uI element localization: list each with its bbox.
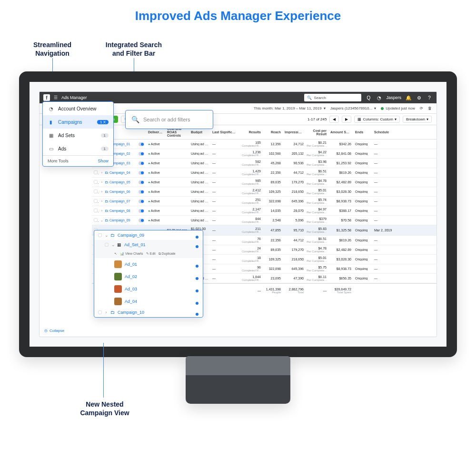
col-results[interactable]: Results (239, 130, 263, 134)
toggle-switch[interactable] (139, 200, 144, 203)
help-icon[interactable]: ? (426, 94, 433, 101)
ad-icon: ▭ (48, 145, 54, 152)
search-icon: 🔍 (131, 116, 139, 123)
campaign-link[interactable]: Campaign_05 (109, 180, 130, 184)
ad-thumbnail (114, 298, 122, 305)
col-reach[interactable]: Reach (263, 130, 283, 134)
toggle-switch[interactable] (139, 171, 144, 175)
campaign-link[interactable]: Campaign_09 (109, 219, 130, 222)
row-checkbox[interactable] (94, 170, 98, 174)
toggle-switch[interactable] (139, 209, 144, 213)
nested-campaign-next-row[interactable]: ›🗀 Campaign_10 (94, 308, 203, 317)
campaign-link[interactable]: Campaign_06 (109, 190, 130, 193)
nested-ad-row[interactable]: Ad_04 (94, 295, 203, 308)
row-checkbox[interactable] (94, 180, 98, 184)
search-placeholder: Search (314, 96, 326, 100)
col-delivery[interactable]: Delivery ↑ (146, 130, 165, 134)
ad-link[interactable]: Ad_04 (125, 299, 137, 304)
col-budget[interactable]: Budget (189, 130, 210, 134)
col-sched[interactable]: Schedule (372, 130, 394, 134)
callout-search: Integrated Search and Filter Bar (93, 40, 174, 58)
search-filter-placeholder: Search or add filters (143, 117, 190, 122)
table-row[interactable]: ›🗀Campaign_08 ● Active Using ad s... — 2… (92, 206, 436, 216)
account-dropdown[interactable]: Jaspers (12345678910... ▾ (330, 106, 377, 110)
toggle-switch[interactable] (139, 161, 144, 165)
topbar-account-label[interactable]: Jaspers (386, 95, 401, 100)
col-amt[interactable]: Amount Spent (328, 130, 353, 134)
col-cpr[interactable]: Cost per Result (306, 129, 328, 136)
pager-next-button[interactable]: ▶ (342, 116, 351, 123)
toggle-switch[interactable] (139, 180, 144, 184)
status-dot-icon (381, 107, 384, 110)
nested-campaign-row[interactable]: ⌄🗀 Campaign_09 (94, 230, 203, 240)
view-charts-link[interactable]: 📊 View Charts (120, 252, 143, 256)
table-row[interactable]: ›🗀Campaign_05 ● Active Using ad s... — 9… (92, 178, 436, 187)
speedometer-icon[interactable]: ◔ (376, 94, 382, 101)
nested-ad-row[interactable]: Ad_03 (94, 283, 203, 295)
row-checkbox[interactable] (94, 190, 98, 193)
toggle-switch[interactable] (139, 142, 144, 146)
table-row[interactable]: ›🗀Campaign_02 ● Active Using ad s... — 1… (92, 149, 436, 159)
col-impr[interactable]: Impressions (283, 130, 306, 134)
date-range-picker[interactable]: This month: Mar 1, 2019 – Mar 11, 2019 ▾ (254, 106, 326, 110)
nav-account-overview[interactable]: ◔ Account Overview (43, 102, 113, 115)
nav-campaigns[interactable]: ▮ Campaigns 1 X (43, 115, 113, 129)
more-tools-label: More Tools (48, 159, 69, 163)
campaign-link[interactable]: Campaign_08 (109, 209, 130, 212)
pager-text: 1-17 of 245 (307, 117, 327, 121)
row-checkbox[interactable] (94, 209, 98, 212)
collapse-sidebar-button[interactable]: ◎ Collapse (44, 329, 64, 333)
row-checkbox[interactable] (94, 218, 98, 222)
folder-icon: 🗀 (105, 200, 108, 203)
breakdown-dropdown[interactable]: Breakdown ▾ (403, 116, 432, 123)
callout-line (103, 343, 104, 398)
table-row[interactable]: ›🗀Campaign_03 ● Active Using ad s... — 5… (92, 159, 436, 168)
pager-prev-button[interactable]: ◀ (329, 116, 339, 123)
table-row[interactable]: ⌄🗀Campaign_09 ● Active Using ad s... — 8… (92, 216, 436, 225)
callout-nested: New Nested Campaign View (71, 400, 138, 417)
col-ends[interactable]: Ends (353, 130, 372, 134)
cursor-icon: ↖ (114, 252, 117, 256)
ad-link[interactable]: Ad_01 (125, 262, 137, 267)
table-row[interactable]: ›🗀Campaign_04 ● Active Using ad s... — 1… (92, 168, 436, 178)
columns-dropdown[interactable]: ▦ Columns: Custom ▾ (354, 116, 400, 123)
folder-icon: 🗀 (105, 209, 108, 212)
folder-icon: 🗀 (110, 233, 115, 238)
toggle-switch[interactable] (139, 190, 144, 194)
nested-ad-row[interactable]: Ad_01 (94, 258, 203, 270)
nav-ads[interactable]: ▭ Ads 1 (43, 142, 113, 155)
show-more-tools-link[interactable]: Show (98, 159, 109, 163)
trash-icon[interactable]: 🗑 (428, 106, 432, 110)
folder-icon: 🗀 (105, 190, 108, 193)
search-filter-popover[interactable]: 🔍 Search or add filters (125, 110, 213, 129)
row-checkbox[interactable] (94, 199, 98, 203)
monitor-frame: f ☰ Ads Manager 🔍 Search Q ◔ Jaspers 🔔 ⚙… (19, 71, 457, 357)
facebook-logo-icon[interactable]: f (43, 94, 50, 101)
hamburger-icon[interactable]: ☰ (54, 95, 58, 100)
table-row[interactable]: ›🗀Campaign_07 ● Active Using ad s... — 2… (92, 197, 436, 206)
global-search-input[interactable]: 🔍 Search (304, 94, 361, 101)
folder-icon: ▮ (48, 119, 54, 125)
campaign-link[interactable]: Campaign_07 (109, 200, 130, 203)
refresh-icon[interactable]: ⟳ (420, 106, 423, 110)
nested-ad-row[interactable]: Ad_02 (94, 270, 203, 283)
ad-link[interactable]: Ad_03 (125, 287, 137, 291)
speedometer-icon: ◔ (48, 105, 54, 112)
gear-icon[interactable]: ⚙ (416, 94, 422, 101)
bell-icon[interactable]: 🔔 (405, 94, 412, 101)
toggle-switch[interactable] (139, 152, 144, 156)
nested-adset-row[interactable]: ⌄▦ Ad_Set_01 (94, 240, 203, 249)
col-lse[interactable]: Last Significant Edit (210, 130, 239, 134)
duplicate-link[interactable]: ⧉ Duplicate (159, 252, 176, 256)
search-go-icon[interactable]: Q (365, 94, 372, 101)
nav-adsets[interactable]: ▦ Ad Sets 1 (43, 129, 113, 142)
edit-link[interactable]: ✎ Edit (146, 252, 156, 256)
table-row[interactable]: ›🗀Campaign_01 ● Active Using ad s... — 1… (92, 140, 436, 149)
ad-link[interactable]: Ad_02 (125, 274, 137, 279)
table-row[interactable]: ›🗀Campaign_06 ● Active Using ad s... — 2… (92, 187, 436, 197)
folder-icon: 🗀 (105, 219, 108, 222)
toggle-switch[interactable] (139, 219, 144, 222)
callout-nav: Streamlined Navigation (19, 40, 86, 58)
campaign-link[interactable]: Campaign_04 (109, 171, 130, 174)
nav-popover: ◔ Account Overview ▮ Campaigns 1 X ▦ Ad … (42, 101, 114, 167)
